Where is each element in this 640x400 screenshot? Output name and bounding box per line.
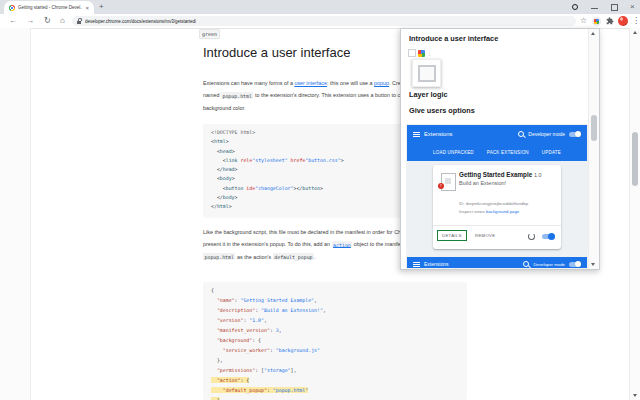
popup-preview-image: ⋮ — [408, 48, 462, 90]
panel-scrollbar-thumb[interactable] — [591, 115, 597, 141]
window-maximize-button[interactable] — [611, 4, 618, 11]
thumb-button — [418, 65, 436, 82]
extensions-body: ! Getting Started Example 1.0 Build an E… — [407, 161, 587, 255]
browser-tab[interactable]: Getting started - Chrome Devel... × — [4, 1, 94, 14]
hamburger-menu-icon — [413, 132, 420, 137]
scroll-down-arrow-icon[interactable] — [591, 263, 595, 266]
page-left-rail — [0, 28, 31, 400]
new-tab-button[interactable]: + — [99, 2, 104, 11]
extensions-page-screenshot: Extensions Developer mode LOAD UNPACKED … — [407, 125, 587, 255]
tab-close-icon[interactable]: × — [85, 5, 89, 11]
inspect-views-line: Inspect views background page — [459, 209, 519, 214]
url-text: developer.chrome.com/docs/extensions/mv3… — [85, 19, 196, 24]
hamburger-menu-icon — [413, 262, 420, 267]
window-close-button[interactable]: × — [630, 2, 635, 11]
update-button: UPDATE — [542, 150, 561, 155]
menu-dots-icon[interactable]: ⋮ — [632, 16, 640, 26]
extension-version: 1.0 — [534, 172, 542, 178]
main-scrollbar-thumb[interactable] — [632, 132, 638, 186]
extension-name: Getting Started Example 1.0 — [459, 171, 542, 178]
error-badge-icon: ! — [438, 183, 444, 189]
background-page-link: background page — [486, 209, 519, 214]
code-block-manifest: { "name": "Getting Started Example", "de… — [203, 282, 467, 400]
toc-item-layer-logic[interactable]: Layer logic — [409, 90, 448, 99]
secure-lock-icon — [77, 21, 81, 24]
search-icon — [518, 131, 524, 137]
developer-mode-toggle — [569, 132, 581, 137]
forward-icon[interactable]: → — [26, 16, 34, 26]
thumb-extension-icon — [418, 50, 425, 57]
reload-extension-icon — [528, 233, 535, 240]
address-bar[interactable]: developer.chrome.com/docs/extensions/mv3… — [72, 16, 576, 26]
extensions-page-screenshot-partial: Extensions Developer mode — [407, 257, 587, 268]
scroll-up-arrow-icon[interactable] — [591, 32, 595, 35]
extensions-puzzle-icon[interactable] — [606, 17, 614, 28]
pack-extension-button: PACK EXTENSION — [487, 150, 529, 155]
scroll-down-arrow-icon[interactable] — [633, 394, 637, 397]
inline-code-green: green — [199, 29, 220, 39]
status-ring-icon — [572, 4, 578, 10]
card-divider — [433, 225, 561, 226]
paragraph-2: Like the background script, this file mu… — [203, 229, 424, 266]
details-button-highlighted: DETAILS — [437, 230, 467, 241]
chrome-favicon-icon — [9, 5, 15, 11]
titlebar: Getting started - Chrome Devel... × + × — [0, 0, 640, 14]
extension-card: ! Getting Started Example 1.0 Build an E… — [433, 165, 561, 249]
remove-button: REMOVE — [475, 233, 495, 238]
scroll-up-arrow-icon[interactable] — [633, 31, 637, 34]
pinned-extension-icon[interactable] — [592, 17, 601, 26]
toc-heading[interactable]: Introduce a user interface — [409, 34, 498, 43]
thumb-popup-window — [412, 59, 441, 87]
browser-window: Getting started - Chrome Devel... × + × … — [0, 0, 640, 400]
extension-placeholder-icon — [441, 173, 456, 191]
extension-id: ID: rbepmkcongjiniejbceiddolifandbp — [459, 201, 528, 206]
developer-mode-toggle — [569, 262, 581, 267]
back-icon[interactable]: ← — [9, 16, 17, 26]
home-icon[interactable]: ⌂ — [60, 16, 65, 26]
tab-title: Getting started - Chrome Devel... — [18, 5, 82, 10]
bookmark-star-icon[interactable]: ☆ — [580, 16, 587, 26]
search-icon — [523, 261, 529, 267]
thumb-toolbar-box — [408, 49, 416, 57]
extensions-header: Extensions Developer mode LOAD UNPACKED … — [407, 125, 587, 161]
reload-icon[interactable]: ↻ — [44, 16, 51, 26]
profile-avatar[interactable] — [618, 16, 628, 26]
thumb-overflow-icon: ⋮ — [427, 50, 432, 56]
extensions-title: Extensions — [424, 261, 448, 267]
docs-side-panel: Introduce a user interface ⋮ Layer logic… — [400, 28, 600, 270]
developer-mode-label: Developer mode — [528, 131, 565, 137]
toc-item-give-users-options[interactable]: Give users options — [409, 106, 475, 115]
panel-scrollbar[interactable] — [588, 29, 599, 269]
browser-toolbar: ← → ↻ ⌂ developer.chrome.com/docs/extens… — [0, 14, 640, 29]
extension-description: Build an Extension! — [459, 180, 506, 186]
load-unpacked-button: LOAD UNPACKED — [433, 150, 474, 155]
main-scrollbar[interactable] — [629, 28, 640, 400]
extensions-title: Extensions — [424, 131, 452, 137]
window-minimize-button[interactable] — [591, 8, 598, 9]
developer-mode-label: Developer mode — [533, 262, 565, 267]
page-title: Introduce a user interface — [203, 45, 350, 60]
extension-enabled-toggle — [542, 234, 555, 239]
